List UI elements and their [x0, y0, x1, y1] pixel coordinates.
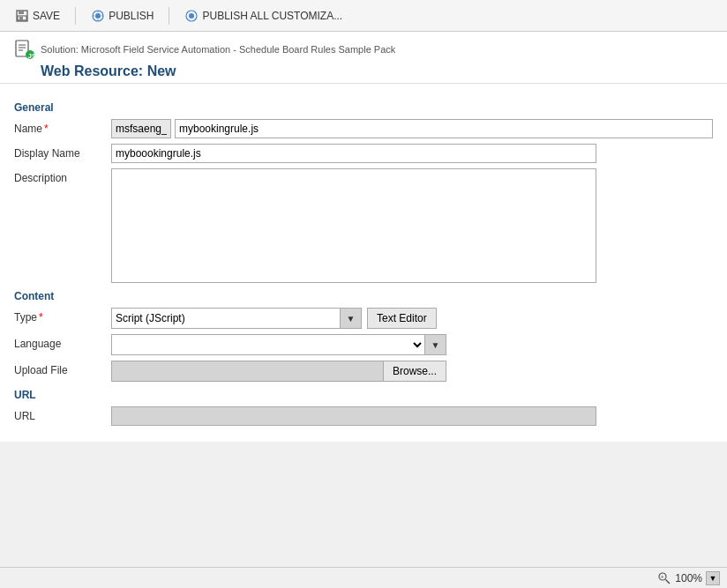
web-resource-icon: JS	[14, 39, 35, 60]
url-row: URL	[14, 406, 713, 426]
zoom-dropdown-btn[interactable]: ▼	[706, 571, 720, 585]
browse-button[interactable]: Browse...	[384, 361, 446, 382]
description-label: Description	[14, 168, 111, 184]
zoom-controls: + 100% ▼	[657, 571, 720, 585]
type-row: Type* Script (JScript) ▼ Text Editor	[14, 308, 713, 329]
publish-all-label: PUBLISH ALL CUSTOMIZA...	[202, 10, 342, 22]
type-label: Type*	[14, 308, 111, 324]
language-row: Language ▼	[14, 334, 713, 355]
save-button[interactable]: SAVE	[7, 5, 68, 26]
url-input[interactable]	[111, 406, 596, 426]
type-required: *	[39, 311, 43, 324]
svg-point-5	[95, 13, 101, 19]
upload-file-label: Upload File	[14, 361, 111, 376]
text-editor-button[interactable]: Text Editor	[367, 308, 437, 329]
language-select-wrapper: ▼	[111, 334, 446, 355]
zoom-icon: +	[657, 571, 671, 585]
status-bar: + 100% ▼	[0, 567, 727, 588]
name-field: document.querySelector('[data-name="name…	[111, 119, 713, 138]
url-label: URL	[14, 406, 111, 422]
svg-rect-3	[19, 17, 23, 20]
description-input[interactable]	[111, 168, 596, 283]
header-area: JS Solution: Microsoft Field Service Aut…	[0, 32, 727, 84]
description-field	[111, 168, 713, 283]
display-name-input[interactable]	[111, 144, 596, 163]
display-name-field: document.querySelector('[data-name="disp…	[111, 144, 713, 163]
publish-button[interactable]: PUBLISH	[83, 5, 161, 26]
upload-file-row: Upload File Browse...	[14, 361, 713, 382]
name-required: *	[44, 123, 49, 135]
name-label: Name*	[14, 119, 111, 135]
page-title: Web Resource: New	[14, 63, 713, 79]
language-select[interactable]	[111, 334, 425, 355]
type-select[interactable]: Script (JScript)	[111, 308, 341, 329]
type-select-wrapper: Script (JScript) ▼	[111, 308, 362, 329]
toolbar-divider2	[169, 7, 169, 25]
name-main-input[interactable]	[175, 119, 713, 138]
name-row: Name* document.querySelector('[data-name…	[14, 119, 713, 138]
url-section-header: URL	[14, 389, 713, 401]
language-chevron-btn[interactable]: ▼	[425, 334, 446, 355]
upload-file-field: Browse...	[111, 361, 713, 382]
publish-all-icon	[184, 9, 199, 23]
svg-rect-1	[19, 11, 24, 14]
name-prefix-input[interactable]	[111, 119, 171, 138]
url-field	[111, 406, 713, 426]
toolbar-divider	[75, 7, 76, 25]
type-chevron-btn[interactable]: ▼	[341, 308, 362, 329]
zoom-level: 100%	[675, 572, 702, 584]
display-name-label: Display Name	[14, 144, 111, 160]
description-row: Description	[14, 168, 713, 283]
content-area: General Name* document.querySelector('[d…	[0, 84, 727, 442]
upload-file-input[interactable]	[111, 361, 384, 382]
save-label: SAVE	[33, 10, 60, 22]
save-icon	[15, 9, 29, 23]
content-section-header: Content	[14, 290, 713, 302]
language-field: ▼	[111, 334, 713, 355]
publish-all-button[interactable]: PUBLISH ALL CUSTOMIZA...	[176, 5, 350, 26]
type-field: Script (JScript) ▼ Text Editor	[111, 308, 713, 329]
general-section-header: General	[14, 101, 713, 114]
display-name-row: Display Name document.querySelector('[da…	[14, 144, 713, 163]
publish-label: PUBLISH	[109, 10, 154, 22]
svg-text:+: +	[661, 574, 664, 580]
svg-line-19	[666, 579, 671, 584]
breadcrumb: JS Solution: Microsoft Field Service Aut…	[14, 39, 713, 60]
publish-icon	[91, 9, 105, 23]
language-label: Language	[14, 334, 111, 350]
svg-text:JS: JS	[28, 52, 36, 60]
toolbar: SAVE PUBLISH PUBLISH ALL CUSTOMIZA...	[0, 0, 727, 32]
svg-point-11	[189, 13, 194, 19]
upload-wrapper: Browse...	[111, 361, 446, 382]
breadcrumb-text: Solution: Microsoft Field Service Automa…	[41, 44, 395, 55]
